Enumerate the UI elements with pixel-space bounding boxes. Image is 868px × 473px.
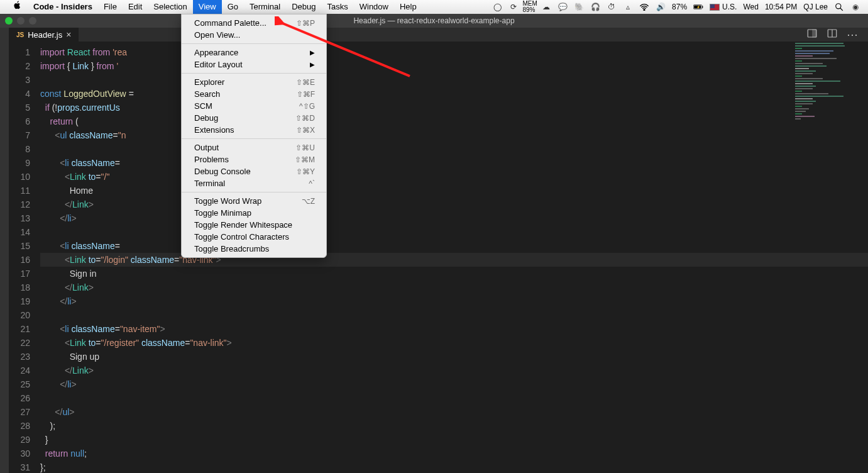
traffic-lights[interactable] [5, 17, 36, 25]
menu-item[interactable]: Toggle Breadcrumbs [182, 243, 326, 255]
menu-item[interactable]: Debug⇧⌘D [182, 112, 326, 124]
code-line[interactable]: Home [40, 184, 868, 198]
code-line[interactable]: if (!props.currentUs [40, 101, 868, 114]
menu-item[interactable]: Search⇧⌘F [182, 88, 326, 100]
battery-percent[interactable]: 87% [672, 3, 687, 11]
app-name[interactable]: Code - Insiders [28, 0, 98, 14]
traffic-close[interactable] [5, 17, 13, 25]
code-line[interactable]: <li className="nav-item"> [40, 322, 868, 336]
code-line[interactable]: Sign up [40, 350, 868, 364]
menu-help[interactable]: Help [394, 0, 422, 14]
tab-close-icon[interactable]: × [66, 30, 71, 40]
clock-icon[interactable]: ⏱ [607, 2, 617, 12]
menu-item[interactable]: Toggle Render Whitespace [182, 219, 326, 231]
code-line[interactable]: }; [40, 460, 868, 473]
clock-time[interactable]: 10:54 PM [765, 3, 797, 11]
code-line[interactable]: </ul> [40, 405, 868, 419]
chat-icon[interactable]: 💬 [558, 2, 568, 12]
menu-item[interactable]: Explorer⇧⌘E [182, 76, 326, 88]
menu-terminal[interactable]: Terminal [244, 0, 286, 14]
code-line[interactable]: } [40, 433, 868, 447]
menu-item[interactable]: Terminal^` [182, 177, 326, 189]
code-line[interactable]: </Link> [40, 198, 868, 211]
window-titlebar: Header.js — react-redux-realworld-exampl… [0, 14, 868, 28]
code-line[interactable]: <Link to="/register" className="nav-link… [40, 336, 868, 350]
code-line[interactable]: </Link> [40, 364, 868, 377]
menu-item[interactable]: Appearance▶ [182, 47, 326, 58]
input-source[interactable]: U.S. [710, 3, 737, 11]
spotlight-icon[interactable] [834, 2, 844, 12]
cloud-icon[interactable]: ☁ [541, 2, 551, 12]
headphones-icon[interactable]: 🎧 [590, 2, 600, 12]
code-line[interactable]: <Link to="/login" className="nav-link"> [40, 253, 868, 267]
more-actions-icon[interactable]: ⋯ [847, 28, 859, 42]
activity-bar[interactable] [0, 28, 9, 473]
menu-debug[interactable]: Debug [286, 0, 321, 14]
view-menu-dropdown[interactable]: Command Palette...⇧⌘POpen View...Appeara… [181, 14, 327, 258]
volume-icon[interactable]: 🔊 [656, 2, 666, 12]
battery-icon[interactable]: ⚡ [693, 2, 703, 12]
split-right-icon[interactable] [806, 28, 818, 42]
code-line[interactable]: </Link> [40, 281, 868, 294]
shield-icon[interactable]: ◯ [492, 2, 502, 12]
menu-file[interactable]: File [98, 0, 123, 14]
menu-go[interactable]: Go [222, 0, 244, 14]
code-line[interactable]: </li> [40, 377, 868, 391]
code-line[interactable]: import { Link } from ' [40, 59, 868, 73]
mac-menubar: Code - Insiders File Edit Selection View… [0, 0, 868, 14]
apple-menu[interactable] [8, 0, 28, 14]
menu-item[interactable]: Toggle Control Characters [182, 231, 326, 243]
tab-header-js[interactable]: JS Header.js × [9, 28, 79, 42]
code-line[interactable]: import React from 'rea [40, 45, 868, 59]
menu-item[interactable]: Problems⇧⌘M [182, 153, 326, 165]
menu-item[interactable]: Toggle Word Wrap⌥Z [182, 195, 326, 207]
siri-icon[interactable]: ◉ [850, 2, 860, 12]
memory-indicator[interactable]: MEM 89% [525, 2, 535, 12]
traffic-zoom[interactable] [29, 17, 36, 25]
code-line[interactable]: </li> [40, 211, 868, 225]
code-line[interactable]: <ul className="n t"> [40, 128, 868, 142]
wifi-icon[interactable] [639, 2, 649, 12]
user-name[interactable]: QJ Lee [803, 3, 828, 11]
menu-item[interactable]: Debug Console⇧⌘Y [182, 165, 326, 177]
menu-selection[interactable]: Selection [148, 0, 192, 14]
menu-item[interactable]: Open View... [182, 29, 326, 41]
svg-rect-8 [813, 30, 816, 37]
code-line[interactable]: <li className= [40, 156, 868, 170]
sync-icon[interactable]: ⟳ [508, 2, 519, 12]
code-line[interactable]: const LoggedOutView = [40, 87, 868, 101]
menu-view[interactable]: View [193, 0, 222, 14]
code-line[interactable]: </li> [40, 294, 868, 308]
menu-edit[interactable]: Edit [123, 0, 148, 14]
code-line[interactable] [40, 142, 868, 156]
menu-item[interactable]: Editor Layout▶ [182, 58, 326, 70]
menu-item[interactable]: Toggle Minimap [182, 207, 326, 219]
menu-shortcut: ⇧⌘Y [296, 167, 315, 176]
code-line[interactable]: ); [40, 419, 868, 433]
code-editor[interactable]: 1234567891011121314151617181920212223242… [9, 42, 868, 473]
code-line[interactable]: <Link to="/" [40, 170, 868, 184]
menu-item[interactable]: SCM^⇧G [182, 100, 326, 112]
menu-item-label: SCM [194, 101, 299, 111]
traffic-minimize[interactable] [17, 17, 25, 25]
menu-item[interactable]: Command Palette...⇧⌘P [182, 17, 326, 29]
code-content[interactable]: import React from 'reaimport { Link } fr… [38, 42, 868, 473]
code-line[interactable] [40, 73, 868, 87]
code-line[interactable] [40, 225, 868, 239]
code-line[interactable]: return ( [40, 114, 868, 128]
menu-tasks[interactable]: Tasks [322, 0, 354, 14]
menu-window[interactable]: Window [354, 0, 394, 14]
code-line[interactable] [40, 391, 868, 405]
clock-day[interactable]: Wed [743, 3, 758, 11]
menu-item[interactable]: Output⇧⌘U [182, 142, 326, 153]
code-line[interactable] [40, 308, 868, 322]
code-line[interactable]: <li className= [40, 239, 868, 253]
svg-point-5 [836, 4, 841, 9]
split-editor-icon[interactable] [827, 28, 838, 42]
input-source-label: U.S. [722, 3, 737, 11]
evernote-icon[interactable]: 🐘 [574, 2, 584, 12]
code-line[interactable]: return null; [40, 447, 868, 460]
menu-item[interactable]: Extensions⇧⌘X [182, 124, 326, 136]
code-line[interactable]: Sign in [40, 267, 868, 281]
airplay-icon[interactable]: ▵ [623, 2, 633, 12]
